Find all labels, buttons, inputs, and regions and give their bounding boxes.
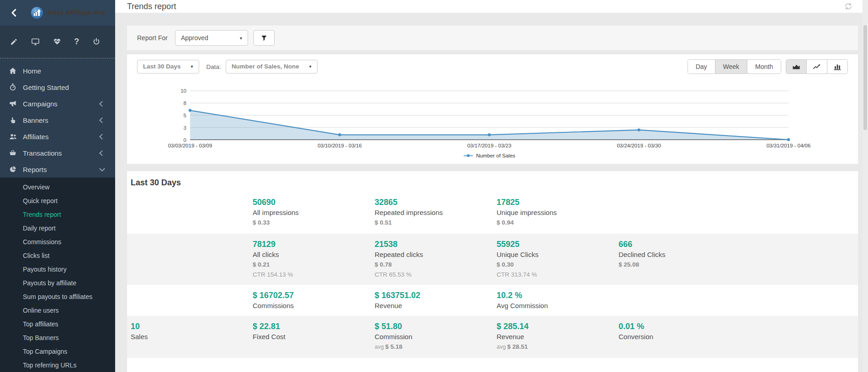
screen-button[interactable] bbox=[31, 37, 40, 46]
bar-chart-button[interactable] bbox=[827, 60, 847, 73]
report-for-select[interactable]: Approved ▾ bbox=[175, 30, 248, 46]
x-tick-label: 03/17/2019 - 03/23 bbox=[467, 143, 512, 148]
filter-button[interactable] bbox=[254, 30, 275, 46]
page-scrollbar[interactable] bbox=[863, 0, 868, 372]
date-range-value: Last 30 Days bbox=[143, 61, 181, 72]
main-area: Trends report Report For Approved ▾ bbox=[115, 0, 868, 372]
data-series-value: Number of Sales, None bbox=[232, 61, 299, 72]
stat-value: 32865 bbox=[375, 197, 488, 208]
submenu-item-top-banners[interactable]: Top Banners bbox=[0, 331, 115, 345]
submenu-item-overview[interactable]: Overview bbox=[0, 180, 115, 194]
x-tick-label: 03/10/2019 - 03/16 bbox=[318, 143, 362, 148]
stats-card: Last 30 Days 50690All impressions$ 0.333… bbox=[127, 171, 858, 372]
submenu-item-online-users[interactable]: Online users bbox=[0, 304, 115, 317]
refresh-button[interactable] bbox=[844, 2, 852, 10]
chart-type-button-group bbox=[786, 59, 848, 74]
stat-value: 10.2 % bbox=[497, 290, 610, 301]
sidebar-item-reports[interactable]: Reports bbox=[0, 161, 115, 178]
sidebar-item-label: Banners bbox=[23, 116, 48, 124]
data-series-select[interactable]: Number of Sales, None ▾ bbox=[226, 60, 318, 73]
stat-repeated-impressions: 32865Repeated impressions$ 0.51 bbox=[375, 197, 497, 228]
caret-icon: ▾ bbox=[240, 36, 242, 41]
legend-marker-icon bbox=[463, 153, 473, 158]
stat-value: $ 285.14 bbox=[497, 321, 610, 332]
period-day-button[interactable]: Day bbox=[688, 60, 715, 73]
stat-repeated-clicks: 21538Repeated clicks$ 0.78CTR 65.53 % bbox=[375, 239, 497, 279]
submenu-item-quick-report[interactable]: Quick report bbox=[0, 194, 115, 208]
chart-plot bbox=[190, 91, 789, 140]
refresh-icon bbox=[844, 2, 852, 10]
submenu-item-top-campaigns[interactable]: Top Campaigns bbox=[0, 345, 115, 358]
report-for-label: Report For bbox=[137, 34, 168, 42]
submenu-item-top-affiliates[interactable]: Top affiliates bbox=[0, 317, 115, 331]
line-chart-button[interactable] bbox=[807, 60, 827, 73]
logout-button[interactable] bbox=[92, 37, 101, 46]
stats-row: 50690All impressions$ 0.3332865Repeated … bbox=[127, 192, 858, 234]
stat-label: Fixed Cost bbox=[253, 332, 366, 341]
submenu-item-sum-payouts-to-affiliates[interactable]: Sum payouts to affiliates bbox=[0, 290, 115, 304]
x-tick-label: 03/03/2019 - 03/09 bbox=[168, 143, 212, 148]
stat-money: $ 0.30 bbox=[497, 259, 610, 270]
date-range-select[interactable]: Last 30 Days ▾ bbox=[137, 60, 199, 73]
stat-value: 10 bbox=[131, 321, 244, 332]
sidebar-item-campaigns[interactable]: Campaigns bbox=[0, 95, 115, 112]
y-tick-label: 8 bbox=[184, 100, 186, 106]
sidebar-item-affiliates[interactable]: Affiliates bbox=[0, 128, 115, 145]
sidebar: Post Affiliate Pro ? HomeGetting Started… bbox=[0, 0, 115, 372]
stat-revenue: $ 163751.02Revenue bbox=[375, 290, 497, 310]
sidebar-item-banners[interactable]: Banners bbox=[0, 112, 115, 128]
sidebar-item-home[interactable]: Home bbox=[0, 63, 115, 79]
status-button[interactable] bbox=[53, 37, 61, 46]
help-button[interactable]: ? bbox=[74, 37, 79, 46]
heartbeat-icon bbox=[53, 37, 61, 46]
filter-bar: Report For Approved ▾ bbox=[127, 26, 858, 50]
y-tick-label: 5 bbox=[184, 113, 186, 118]
filter-icon bbox=[260, 34, 268, 42]
page-header: Trends report bbox=[115, 0, 868, 13]
area-chart-icon bbox=[792, 62, 801, 71]
stat-label: Sales bbox=[131, 332, 244, 341]
back-button[interactable] bbox=[9, 8, 19, 18]
submenu-item-payouts-by-affiliate[interactable]: Payouts by affiliate bbox=[0, 276, 115, 290]
submenu-item-daily-report[interactable]: Daily report bbox=[0, 221, 115, 235]
period-month-button[interactable]: Month bbox=[747, 60, 781, 73]
stat-money: $ 0.94 bbox=[497, 217, 610, 228]
y-tick-label: 10 bbox=[180, 88, 186, 94]
sidebar-item-label: Transactions bbox=[23, 149, 62, 157]
submenu-item-payouts-history[interactable]: Payouts history bbox=[0, 262, 115, 276]
area-chart-button[interactable] bbox=[786, 60, 807, 73]
submenu-item-top-referring-urls[interactable]: Top referring URLs bbox=[0, 358, 115, 372]
reports-submenu: OverviewQuick reportTrends reportDaily r… bbox=[0, 178, 115, 372]
stat-label: Repeated impressions bbox=[375, 208, 488, 217]
stat-fixed-cost: $ 22.81Fixed Cost bbox=[253, 321, 375, 352]
chart-legend: Number of Sales bbox=[190, 153, 789, 158]
stat-label: Unique Clicks bbox=[497, 250, 610, 259]
stats-row: 78129All clicks$ 0.21CTR 154.13 %21538Re… bbox=[127, 234, 858, 285]
stat-money: $ 25.08 bbox=[619, 259, 732, 270]
megaphone-icon bbox=[8, 100, 17, 108]
sidebar-item-getting-started[interactable]: Getting Started bbox=[0, 79, 115, 95]
submenu-item-trends-report[interactable]: Trends report bbox=[0, 208, 115, 221]
stat-value: $ 16702.57 bbox=[253, 290, 366, 301]
home-icon bbox=[8, 67, 17, 75]
stat-conversion: 0.01 %Conversion bbox=[619, 321, 741, 352]
users-icon bbox=[8, 132, 17, 141]
period-week-button[interactable]: Week bbox=[715, 60, 748, 73]
sidebar-toolbar: ? bbox=[0, 26, 115, 58]
chart-card: Last 30 Days ▾ Data: Number of Sales, No… bbox=[127, 54, 858, 164]
y-tick-label: 0 bbox=[184, 137, 186, 143]
submenu-item-clicks-list[interactable]: Clicks list bbox=[0, 249, 115, 262]
stat-unique-impressions: 17825Unique impressions$ 0.94 bbox=[497, 197, 619, 228]
sidebar-item-label: Campaigns bbox=[23, 100, 58, 108]
scrollbar-thumb[interactable] bbox=[863, 25, 867, 130]
stat-value: $ 22.81 bbox=[253, 321, 366, 332]
sidebar-header: Post Affiliate Pro bbox=[0, 0, 115, 26]
submenu-item-commissions[interactable]: Commissions bbox=[0, 235, 115, 249]
sidebar-item-transactions[interactable]: Transactions bbox=[0, 145, 115, 161]
stat-ctr: CTR 313.74 % bbox=[497, 270, 610, 279]
x-tick-label: 03/31/2019 - 04/06 bbox=[767, 143, 811, 148]
stopwatch-icon bbox=[8, 83, 17, 91]
edit-button[interactable] bbox=[10, 38, 18, 46]
back-icon bbox=[9, 8, 19, 18]
sidebar-item-label: Reports bbox=[23, 166, 47, 173]
